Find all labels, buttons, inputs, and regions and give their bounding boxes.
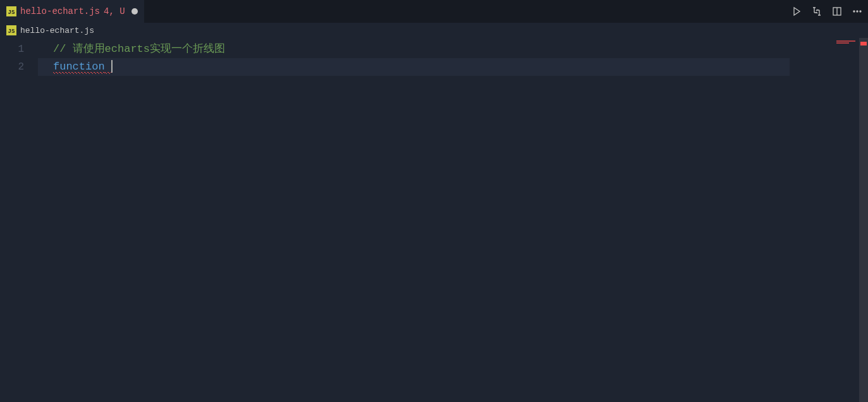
line-number: 2 [0, 58, 24, 76]
scrollbar-slider[interactable] [859, 38, 868, 402]
svg-point-4 [860, 11, 861, 12]
line-number: 1 [0, 40, 24, 58]
editor-area[interactable]: 1 2 // 请使用echarts实现一个折线图 function [0, 38, 868, 402]
minimap-error-marks [836, 40, 855, 43]
svg-point-3 [857, 11, 858, 12]
tab-actions [791, 0, 863, 23]
error-squiggle [105, 61, 111, 73]
js-file-icon: JS [6, 6, 16, 16]
js-file-icon: JS [6, 25, 16, 35]
breadcrumb-filename[interactable]: hello-echart.js [20, 26, 94, 35]
split-editor-icon[interactable] [831, 6, 843, 17]
scrollbar-error-tick [860, 42, 867, 46]
more-actions-icon[interactable] [852, 6, 863, 17]
diff-compare-icon[interactable] [811, 6, 822, 17]
text-cursor [111, 60, 113, 73]
breadcrumb-bar: JS hello-echart.js [0, 23, 868, 38]
run-icon[interactable] [791, 6, 802, 17]
code-content[interactable]: // 请使用echarts实现一个折线图 function [38, 38, 790, 402]
code-line[interactable]: // 请使用echarts实现一个折线图 [38, 40, 790, 58]
tab-dirty-indicator [131, 8, 138, 15]
active-line-highlight [38, 58, 790, 76]
vertical-scrollbar[interactable] [859, 38, 868, 402]
tab-filename: hello-echart.js [20, 6, 100, 16]
tab-bar: JS hello-echart.js 4, U [0, 0, 868, 23]
token-keyword: function [53, 61, 105, 73]
tab-active[interactable]: JS hello-echart.js 4, U [0, 0, 144, 23]
line-number-gutter: 1 2 [0, 38, 38, 402]
token-comment: 请使用echarts实现一个折线图 [73, 43, 225, 55]
minimap[interactable] [790, 38, 859, 402]
svg-point-2 [853, 11, 855, 12]
token-comment: // [53, 43, 73, 55]
tab-status: 4, U [104, 6, 125, 16]
